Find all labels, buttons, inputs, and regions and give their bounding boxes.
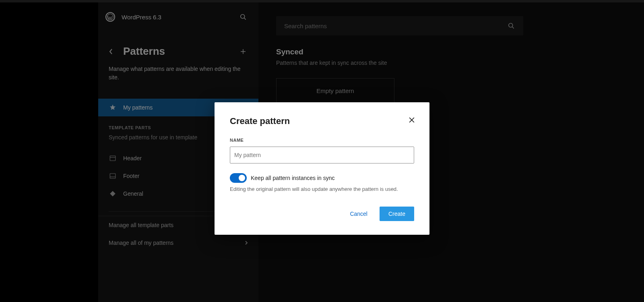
modal-overlay[interactable]: Create pattern NAME Keep all pattern ins… xyxy=(0,0,644,302)
sync-help-text: Editing the original pattern will also u… xyxy=(230,186,414,192)
modal-title: Create pattern xyxy=(230,116,414,126)
close-button[interactable] xyxy=(407,115,417,125)
cancel-button[interactable]: Cancel xyxy=(344,207,373,221)
name-field-label: NAME xyxy=(230,138,414,143)
sync-toggle-label: Keep all pattern instances in sync xyxy=(251,175,335,181)
modal-actions: Cancel Create xyxy=(230,207,414,221)
create-button[interactable]: Create xyxy=(380,207,414,221)
sync-toggle-row: Keep all pattern instances in sync xyxy=(230,173,414,183)
create-pattern-modal: Create pattern NAME Keep all pattern ins… xyxy=(215,102,429,235)
sync-toggle[interactable] xyxy=(230,173,247,183)
pattern-name-input[interactable] xyxy=(230,147,414,163)
